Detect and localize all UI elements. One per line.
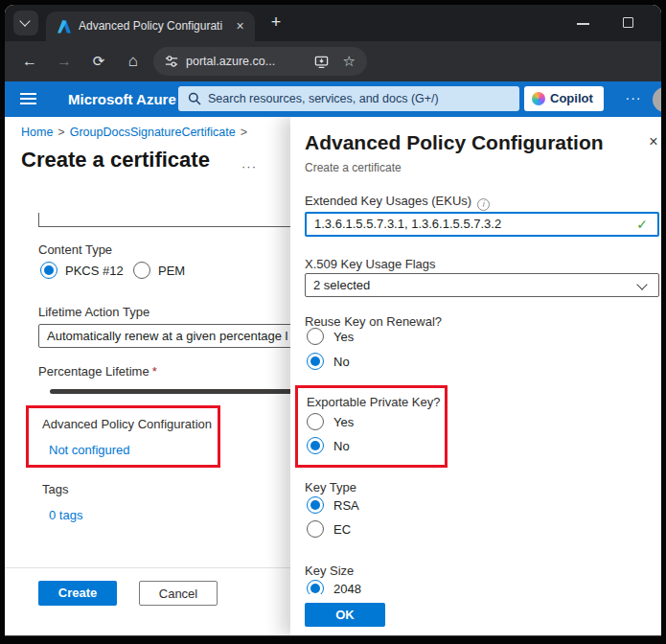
tags-label: Tags	[42, 482, 68, 496]
advanced-policy-label: Advanced Policy Configuration	[42, 417, 212, 431]
maximize-icon[interactable]	[623, 17, 633, 28]
copilot-button[interactable]: Copilot	[524, 86, 604, 111]
breadcrumb-vault-link[interactable]: GroupDocsSignatureCertificate	[70, 126, 236, 139]
breadcrumb-separator: >	[53, 126, 69, 139]
percentage-lifetime-slider[interactable]	[50, 389, 304, 394]
bookmark-star-icon[interactable]: ☆	[343, 47, 356, 76]
refresh-button[interactable]: ⟳	[86, 49, 111, 74]
radio-exportable-no[interactable]	[307, 437, 324, 454]
browser-toolbar: ← → ⟳ ⌂ portal.azure.co... ☆	[5, 41, 661, 81]
key-usage-value: 2 selected	[306, 274, 658, 296]
radio-key-type-rsa-label: RSA	[333, 498, 359, 513]
url-text: portal.azure.co...	[186, 47, 275, 76]
tab-close-button[interactable]: ×	[232, 18, 248, 34]
hamburger-menu-icon[interactable]	[20, 93, 36, 104]
radio-reuse-no[interactable]	[307, 353, 324, 370]
partial-input-field[interactable]	[38, 213, 305, 227]
site-settings-icon[interactable]	[165, 55, 178, 68]
page-context-menu-button[interactable]: ···	[241, 159, 257, 173]
panel-title: Advanced Policy Configuration	[305, 131, 604, 154]
radio-key-type-rsa[interactable]	[307, 496, 324, 514]
forward-button[interactable]: →	[52, 49, 77, 74]
tab-strip: Advanced Policy Configuration × +	[5, 5, 661, 41]
reuse-key-label: Reuse Key on Renewal?	[305, 314, 442, 329]
header-more-button[interactable]: ···	[618, 81, 649, 117]
chevron-down-icon	[19, 15, 30, 26]
eku-label: Extended Key Usages (EKUs)i	[305, 194, 490, 211]
page-content: Home>GroupDocsSignatureCertificate> Crea…	[5, 117, 661, 635]
key-usage-label: X.509 Key Usage Flags	[305, 257, 436, 271]
panel-close-button[interactable]: ×	[645, 133, 661, 150]
radio-exportable-no-label: No	[333, 439, 350, 453]
radio-reuse-yes[interactable]	[307, 328, 324, 345]
exportable-label: Exportable Private Key?	[307, 395, 440, 409]
content-type-label: Content Type	[38, 242, 112, 257]
info-icon[interactable]: i	[477, 198, 490, 211]
minimize-button[interactable]	[571, 15, 596, 31]
azure-favicon-icon	[57, 19, 72, 34]
breadcrumb-home-link[interactable]: Home	[21, 126, 53, 139]
home-button[interactable]: ⌂	[121, 49, 146, 74]
advanced-policy-panel: Advanced Policy Configuration × Create a…	[290, 117, 661, 635]
search-icon	[188, 92, 201, 105]
tags-link[interactable]: 0 tags	[49, 508, 82, 522]
browser-window: Advanced Policy Configuration × + ← → ⟳ …	[5, 5, 661, 636]
breadcrumb: Home>GroupDocsSignatureCertificate>	[21, 126, 252, 139]
radio-reuse-yes-label: Yes	[333, 330, 354, 344]
browser-tab[interactable]: Advanced Policy Configuration ×	[46, 12, 255, 41]
create-button[interactable]: Create	[38, 581, 117, 606]
tab-list-chevron-button[interactable]	[13, 11, 38, 35]
percentage-lifetime-label: Percentage Lifetime*	[38, 364, 157, 379]
back-button[interactable]: ←	[17, 49, 42, 74]
page-title: Create a certificate	[21, 148, 210, 172]
tab-title: Advanced Policy Configuration	[79, 12, 222, 41]
azure-brand[interactable]: Microsoft Azure	[68, 81, 176, 117]
radio-exportable-yes[interactable]	[307, 413, 324, 430]
required-asterisk: *	[149, 364, 157, 379]
cancel-button[interactable]: Cancel	[139, 581, 218, 606]
panel-subtitle: Create a certificate	[305, 161, 402, 174]
radio-pkcs12[interactable]	[40, 262, 57, 279]
lifetime-action-value: Automatically renew at a given percentag…	[39, 325, 303, 347]
lifetime-action-select[interactable]: Automatically renew at a given percentag…	[38, 324, 304, 348]
copilot-icon	[532, 92, 545, 105]
key-usage-dropdown[interactable]: 2 selected	[305, 273, 659, 297]
radio-key-type-ec-label: EC	[333, 522, 351, 537]
new-tab-button[interactable]: +	[265, 12, 287, 34]
highlight-box-advanced-policy	[26, 405, 220, 468]
eku-input[interactable]: 1.3.6.1.5.5.7.3.1, 1.3.6.1.5.5.7.3.2 ✓	[305, 212, 659, 237]
azure-search-box[interactable]: Search resources, services, and docs (G+…	[178, 86, 519, 111]
window-frame: Advanced Policy Configuration × + ← → ⟳ …	[0, 0, 666, 644]
breadcrumb-separator: >	[236, 126, 252, 139]
avatar[interactable]	[653, 87, 661, 112]
radio-reuse-no-label: No	[333, 355, 350, 369]
azure-header: Microsoft Azure Search resources, servic…	[5, 81, 661, 117]
key-size-label: Key Size	[305, 564, 354, 578]
send-to-device-icon[interactable]	[314, 55, 329, 69]
radio-exportable-yes-label: Yes	[333, 415, 354, 429]
copilot-label: Copilot	[550, 86, 593, 111]
address-bar[interactable]: portal.azure.co... ☆	[153, 47, 367, 76]
radio-key-type-ec[interactable]	[307, 520, 324, 538]
eku-value: 1.3.6.1.5.5.7.3.1, 1.3.6.1.5.5.7.3.2	[307, 214, 657, 235]
valid-check-icon: ✓	[636, 214, 648, 235]
minimize-icon	[577, 23, 589, 25]
panel-footer: OK	[290, 594, 661, 635]
radio-pem[interactable]	[133, 262, 150, 279]
radio-pkcs12-label: PKCS #12	[65, 264, 124, 278]
not-configured-link[interactable]: Not configured	[49, 443, 130, 457]
ok-button[interactable]: OK	[305, 603, 385, 627]
radio-pem-label: PEM	[158, 264, 185, 278]
key-type-label: Key Type	[305, 480, 356, 494]
search-placeholder: Search resources, services, and docs (G+…	[208, 86, 439, 111]
lifetime-action-label: Lifetime Action Type	[38, 305, 149, 319]
